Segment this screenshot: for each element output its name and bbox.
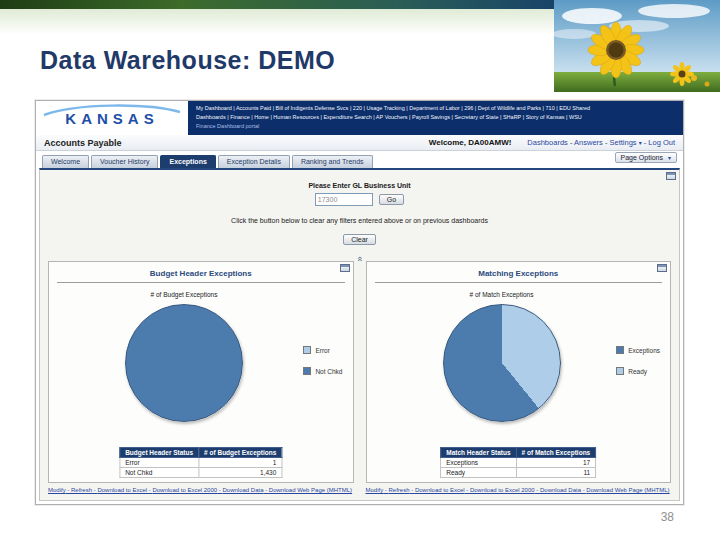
download-excel2000-link[interactable]: Download to Excel 2000: [147, 487, 217, 493]
slide-title: Data Warehouse: DEMO: [40, 46, 335, 75]
global-nav-row-3[interactable]: Finance Dashboard portal: [196, 122, 675, 131]
slide-page-number: 38: [661, 510, 674, 524]
dashboard-screenshot: KANSAS My Dashboard | Accounts Paid | Bi…: [35, 100, 684, 505]
gl-business-unit-input[interactable]: [315, 193, 373, 206]
table-header-cell: Budget Header Status: [120, 448, 199, 458]
sunflower-photo: [554, 0, 720, 92]
header-bar: Accounts Payable Welcome, DA00AMW! Dashb…: [36, 135, 683, 151]
divider: [57, 282, 345, 283]
download-excel-link[interactable]: Download to Excel: [410, 487, 465, 493]
refresh-link[interactable]: Refresh: [66, 487, 92, 493]
download-data-link[interactable]: Download Data: [535, 487, 581, 493]
legend-label: Not Chkd: [315, 368, 342, 375]
dashboard-title: Accounts Payable: [36, 138, 122, 148]
content-collapse-icon[interactable]: [666, 172, 676, 180]
pie-chart-match-exceptions: [443, 304, 561, 422]
tab-welcome[interactable]: Welcome: [42, 155, 89, 168]
table-row: Error 1: [120, 458, 282, 468]
pie-chart-budget-exceptions: [125, 304, 243, 422]
gl-prompt-label: Please Enter GL Business Unit: [40, 182, 679, 189]
modify-link[interactable]: Modify: [48, 487, 66, 493]
page-options-label: Page Options: [621, 154, 663, 161]
budget-panel-column: Budget Header Exceptions # of Budget Exc…: [48, 261, 354, 498]
panel-matching-exceptions: Matching Exceptions # of Match Exception…: [366, 261, 672, 483]
download-excel-link[interactable]: Download to Excel: [92, 487, 147, 493]
logo-swoosh: [42, 103, 182, 118]
download-webpage-link[interactable]: Download Web Page (MHTML): [264, 487, 353, 493]
tab-exceptions[interactable]: Exceptions: [160, 155, 215, 168]
table-header-row: Budget Header Status # of Budget Excepti…: [120, 448, 282, 458]
chart-title: # of Match Exceptions: [367, 291, 637, 298]
table-row: Exceptions 17: [441, 458, 596, 468]
link-dashboards[interactable]: Dashboards: [527, 138, 567, 147]
table-cell: 17: [516, 458, 596, 468]
table-header-cell: Match Header Status: [441, 448, 516, 458]
legend-label: Exceptions: [628, 347, 660, 354]
chart-legend: Error Not Chkd: [303, 346, 342, 388]
tab-exception-details[interactable]: Exception Details: [218, 155, 290, 168]
legend-swatch: [303, 367, 311, 375]
legend-swatch: [303, 346, 311, 354]
gl-filter-section: Please Enter GL Business Unit Go Click t…: [40, 170, 679, 246]
dashboard-content: Please Enter GL Business Unit Go Click t…: [39, 168, 680, 501]
legend-item: Exceptions: [616, 346, 660, 354]
matching-panel-column: Matching Exceptions # of Match Exception…: [366, 261, 672, 498]
link-settings[interactable]: Settings▾: [603, 138, 642, 147]
link-logout[interactable]: Log Out: [642, 138, 675, 147]
kansas-logo: KANSAS: [36, 101, 188, 135]
divider: [375, 282, 663, 283]
table-cell: Not Chkd: [120, 468, 199, 478]
clear-button[interactable]: Clear: [343, 234, 376, 245]
dashboard-tabs: Welcome Voucher History Exceptions Excep…: [36, 151, 603, 168]
maximize-icon[interactable]: [657, 264, 667, 272]
table-cell: Exceptions: [441, 458, 516, 468]
welcome-text: Welcome, DA00AMW!: [429, 138, 512, 147]
table-header-row: Match Header Status # of Match Exception…: [441, 448, 596, 458]
chart-legend: Exceptions Ready: [616, 346, 660, 388]
maximize-icon[interactable]: [340, 264, 350, 272]
header-links: Dashboards Answers Settings▾ Log Out: [527, 138, 683, 147]
table-row: Ready 11: [441, 468, 596, 478]
tab-voucher-history[interactable]: Voucher History: [91, 155, 158, 168]
legend-item: Not Chkd: [303, 367, 342, 375]
modify-link[interactable]: Modify: [366, 487, 384, 493]
legend-swatch: [616, 367, 624, 375]
download-data-link[interactable]: Download Data: [217, 487, 263, 493]
sunflower-illustration: [554, 0, 720, 92]
report-links: ModifyRefreshDownload to ExcelDownload t…: [366, 486, 672, 494]
report-links: ModifyRefreshDownload to ExcelDownload t…: [48, 486, 354, 494]
global-nav-row-1[interactable]: My Dashboard | Accounts Paid | Bill of I…: [196, 104, 675, 113]
page-options-dropdown[interactable]: Page Options ▾: [615, 152, 677, 163]
link-answers[interactable]: Answers: [568, 138, 603, 147]
table-row: Not Chkd 1,430: [120, 468, 282, 478]
tab-ranking-and-trends[interactable]: Ranking and Trends: [292, 155, 373, 168]
budget-exceptions-table: Budget Header Status # of Budget Excepti…: [119, 447, 282, 478]
match-exceptions-table: Match Header Status # of Match Exception…: [440, 447, 596, 478]
global-nav: My Dashboard | Accounts Paid | Bill of I…: [188, 101, 683, 135]
gl-input-row: Go: [40, 193, 679, 206]
report-panels: Budget Header Exceptions # of Budget Exc…: [48, 261, 671, 498]
download-excel2000-link[interactable]: Download to Excel 2000: [465, 487, 535, 493]
table-header-cell: # of Budget Exceptions: [199, 448, 282, 458]
legend-label: Error: [315, 347, 329, 354]
panel-budget-header-exceptions: Budget Header Exceptions # of Budget Exc…: [48, 261, 354, 483]
legend-swatch: [616, 346, 624, 354]
clear-button-row: Clear: [40, 228, 679, 246]
go-button[interactable]: Go: [379, 194, 404, 205]
panel-title: Budget Header Exceptions: [49, 269, 353, 278]
presentation-slide: Data Warehouse: DEMO 38 KANSAS My Dashbo…: [0, 0, 720, 540]
chart-title: # of Budget Exceptions: [49, 291, 319, 298]
table-cell: Ready: [441, 468, 516, 478]
legend-label: Ready: [628, 368, 647, 375]
global-nav-row-2[interactable]: Dashboards | Finance | Home | Human Reso…: [196, 113, 675, 122]
table-header-cell: # of Match Exceptions: [516, 448, 596, 458]
legend-item: Ready: [616, 367, 660, 375]
table-cell: Error: [120, 458, 199, 468]
legend-item: Error: [303, 346, 342, 354]
chevron-down-icon: ▾: [668, 154, 671, 161]
table-cell: 11: [516, 468, 596, 478]
table-cell: 1,430: [199, 468, 282, 478]
clear-instruction-text: Click the button below to clear any filt…: [40, 217, 679, 224]
refresh-link[interactable]: Refresh: [383, 487, 409, 493]
download-webpage-link[interactable]: Download Web Page (MHTML): [581, 487, 670, 493]
